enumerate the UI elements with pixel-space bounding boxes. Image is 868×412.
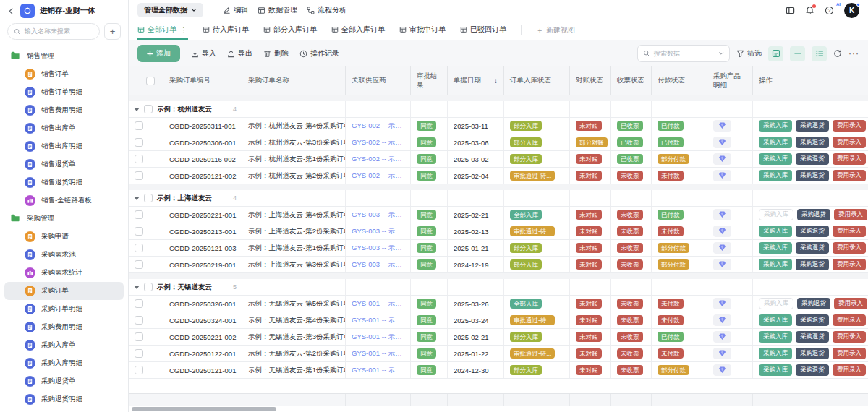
- product-detail-chip[interactable]: [713, 209, 731, 220]
- collapse-arrow-icon[interactable]: [134, 197, 140, 200]
- supplier-link[interactable]: GYS-001 -- 示例...: [352, 332, 404, 342]
- inbound-button[interactable]: 采购入库: [759, 314, 792, 326]
- product-detail-chip[interactable]: [713, 259, 731, 270]
- expense-button[interactable]: 费用录入: [834, 209, 867, 220]
- sidebar-item[interactable]: 销售-全链路看板: [4, 192, 124, 210]
- tab-已驳回订单[interactable]: 已驳回订单: [460, 20, 506, 40]
- tab-全部入库订单[interactable]: 全部入库订单: [331, 20, 385, 40]
- return-button[interactable]: 采购退货: [797, 209, 830, 220]
- group-checkbox[interactable]: [144, 105, 153, 113]
- expense-button[interactable]: 费用录入: [833, 120, 866, 132]
- return-button[interactable]: 采购退货: [796, 137, 829, 148]
- tab-审批中订单[interactable]: 审批中订单: [399, 20, 446, 40]
- sidebar-item[interactable]: 采购费用明细: [4, 318, 124, 336]
- inbound-button[interactable]: 采购入库: [759, 364, 792, 376]
- supplier-link[interactable]: GYS-001 -- 示例...: [352, 299, 404, 309]
- sidebar-item[interactable]: 采购退货明细: [4, 390, 124, 408]
- supplier-link[interactable]: GYS-002 -- 示例...: [352, 121, 404, 131]
- sidebar-item[interactable]: 采购订单明细: [4, 300, 124, 318]
- expense-button[interactable]: 费用录入: [833, 153, 866, 165]
- sidebar-section-0[interactable]: 销售管理: [0, 47, 128, 65]
- tab-部分入库订单[interactable]: 部分入库订单: [263, 20, 317, 40]
- column-header[interactable]: 采购订单编号: [163, 66, 242, 95]
- sidebar-item[interactable]: 采购入库单: [4, 336, 124, 354]
- card-view-icon[interactable]: [768, 46, 783, 61]
- sidebar-item[interactable]: 采购需求池: [4, 246, 124, 264]
- row-checkbox[interactable]: [135, 332, 143, 341]
- table-row[interactable]: CGDD-20250311-001 示例：杭州道友云-第4份采购订单 GYS-0…: [129, 118, 868, 134]
- back-icon[interactable]: [7, 7, 15, 15]
- more-icon[interactable]: ···: [848, 48, 859, 59]
- expense-button[interactable]: 费用录入: [833, 331, 866, 343]
- sidebar-item[interactable]: 采购申请: [4, 228, 124, 246]
- panel-toggle-icon[interactable]: [786, 6, 795, 15]
- add-table-button[interactable]: +: [104, 23, 121, 40]
- group-checkbox[interactable]: [144, 194, 153, 202]
- row-checkbox[interactable]: [135, 299, 143, 308]
- collapse-arrow-icon[interactable]: [134, 108, 140, 111]
- manage-data-button[interactable]: 管理全部数据: [137, 3, 203, 17]
- supplier-link[interactable]: GYS-003 -- 示例...: [352, 227, 404, 236]
- return-button[interactable]: 采购退货: [796, 170, 829, 181]
- supplier-link[interactable]: GYS-003 -- 示例...: [352, 260, 404, 270]
- row-checkbox[interactable]: [135, 366, 143, 374]
- expense-button[interactable]: 费用录入: [833, 314, 866, 326]
- inbound-button[interactable]: 采购入库: [759, 348, 792, 359]
- column-header[interactable]: 收票状态: [611, 66, 652, 95]
- sidebar-item[interactable]: 销售出库单: [4, 119, 124, 137]
- inbound-button[interactable]: 采购入库: [759, 209, 793, 220]
- expense-button[interactable]: 费用录入: [833, 259, 866, 270]
- product-detail-chip[interactable]: [713, 242, 731, 254]
- sidebar-item[interactable]: 销售订单明细: [4, 83, 124, 101]
- refresh-icon[interactable]: [833, 49, 842, 58]
- column-header[interactable]: 单据日期↓: [448, 66, 504, 95]
- return-button[interactable]: 采购退货: [796, 348, 829, 359]
- column-header[interactable]: 付款状态: [652, 66, 707, 95]
- horizontal-scrollbar[interactable]: [132, 407, 865, 411]
- row-checkbox[interactable]: [135, 171, 143, 180]
- sidebar-item[interactable]: 销售出库明细: [4, 137, 124, 155]
- table-row[interactable]: CGDD-20250116-002 示例：杭州道友云-第1份采购订单 GYS-0…: [129, 151, 868, 168]
- supplier-link[interactable]: GYS-001 -- 示例...: [352, 366, 404, 375]
- inbound-button[interactable]: 采购入库: [759, 242, 792, 254]
- expense-button[interactable]: 费用录入: [833, 348, 866, 359]
- toolbar-export-button[interactable]: 导出: [227, 48, 252, 59]
- row-checkbox[interactable]: [135, 260, 143, 269]
- row-checkbox[interactable]: [135, 210, 143, 219]
- tab-待入库订单[interactable]: 待入库订单: [203, 20, 249, 40]
- sidebar-item[interactable]: 采购退货单: [4, 372, 124, 390]
- topbar-action[interactable]: 流程分析: [307, 5, 346, 15]
- column-header[interactable]: 订单入库状态: [504, 66, 570, 95]
- inbound-button[interactable]: 采购入库: [759, 259, 792, 270]
- expense-button[interactable]: 费用录入: [833, 226, 866, 237]
- return-button[interactable]: 采购退货: [797, 298, 830, 309]
- inbound-button[interactable]: 采购入库: [759, 298, 793, 309]
- table-row[interactable]: CGDD-20250121-002 示例：杭州道友云-第2份采购订单 GYS-0…: [129, 168, 868, 184]
- bell-icon[interactable]: [805, 6, 814, 15]
- product-detail-chip[interactable]: [713, 298, 731, 309]
- row-checkbox[interactable]: [135, 244, 143, 252]
- scrollbar-thumb[interactable]: [132, 407, 276, 411]
- table-row[interactable]: CGDD-20250221-002 示例：无锡道友云-第3份采购订单 GYS-0…: [129, 329, 868, 346]
- column-header[interactable]: 对账状态: [570, 66, 611, 95]
- supplier-link[interactable]: GYS-002 -- 示例...: [352, 138, 404, 147]
- sidebar-item[interactable]: 采购需求统计: [4, 264, 124, 282]
- expense-button[interactable]: 费用录入: [833, 242, 866, 254]
- expense-button[interactable]: 费用录入: [833, 137, 866, 148]
- select-all-checkbox[interactable]: [129, 66, 163, 95]
- supplier-link[interactable]: GYS-002 -- 示例...: [352, 171, 404, 181]
- collapse-arrow-icon[interactable]: [134, 286, 140, 289]
- supplier-link[interactable]: GYS-003 -- 示例...: [352, 210, 404, 220]
- table-row[interactable]: CGDD-20250324-001 示例：无锡道友云-第4份采购订单 GYS-0…: [129, 312, 868, 329]
- product-detail-chip[interactable]: [713, 364, 731, 376]
- inbound-button[interactable]: 采购入库: [759, 226, 792, 237]
- table-row[interactable]: CGDD-20250306-001 示例：杭州道友云-第3份采购订单 GYS-0…: [129, 134, 868, 151]
- row-checkbox[interactable]: [135, 155, 143, 163]
- table-row[interactable]: CGDD-20250121-003 示例：上海道友云-第1份采购订单 GYS-0…: [129, 240, 868, 257]
- inbound-button[interactable]: 采购入库: [759, 331, 792, 343]
- tab-menu-icon[interactable]: ⋮: [180, 26, 188, 34]
- return-button[interactable]: 采购退货: [796, 259, 829, 270]
- sidebar-item[interactable]: 采购入库明细: [4, 354, 124, 372]
- group-checkbox[interactable]: [144, 283, 153, 291]
- list-view-icon[interactable]: [812, 46, 827, 61]
